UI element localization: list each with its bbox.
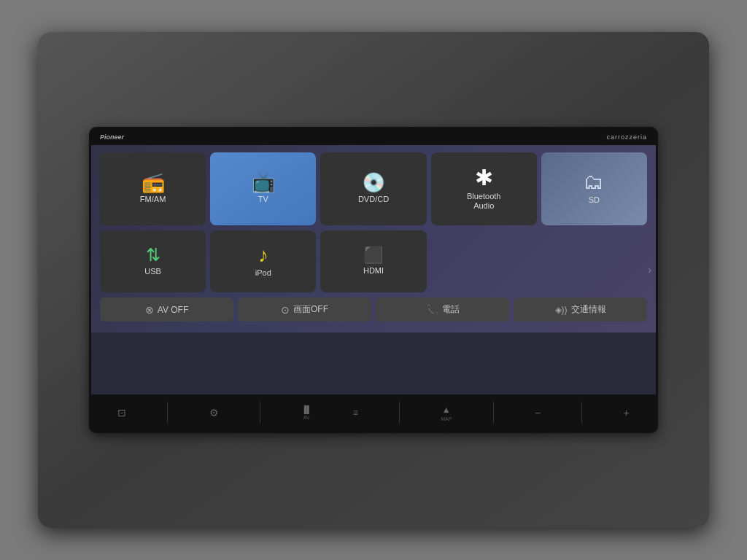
btn-tv[interactable]: 📺 TV [210, 152, 316, 225]
controls-bar: ⊡ ⚙ ▐▌ AV ≡ ▲ MAP − [91, 394, 656, 431]
btn-sd[interactable]: 🗂 SD [541, 152, 647, 225]
usb-icon: ⇅ [146, 246, 160, 264]
av-ctrl-icon: ▐▌ [301, 405, 311, 413]
menu-control[interactable]: ⊡ [117, 407, 126, 419]
btn-usb[interactable]: ⇅ USB [100, 230, 206, 292]
ipod-label: iPod [255, 268, 271, 278]
divider-4 [493, 402, 494, 424]
btn-bluetooth[interactable]: ✱ BluetoothAudio [431, 152, 537, 225]
btn-hdmi[interactable]: ⬛ HDMI [320, 230, 426, 292]
main-screen: 📻 FM/AM 📺 TV 💿 DVD/CD ✱ BluetoothAudio 🗂 [91, 145, 656, 394]
av-control[interactable]: ▐▌ AV [301, 405, 311, 420]
traffic-label: 交通情報 [571, 303, 606, 316]
brand-pioneer: Pioneer [100, 133, 124, 141]
vol-plus-icon: + [624, 407, 630, 419]
av-off-label: AV OFF [158, 305, 188, 315]
usb-label: USB [144, 267, 161, 276]
dvdcd-label: DVD/CD [358, 195, 389, 204]
bluetooth-icon: ✱ [475, 167, 493, 189]
phone-icon: 📞 [426, 304, 438, 316]
empty-cell-1 [431, 230, 537, 292]
menu-row-2: ⇅ USB ♪ iPod ⬛ HDMI [100, 230, 647, 292]
screen-off-icon: ⊙ [281, 304, 290, 316]
fmam-icon: 📻 [142, 173, 165, 192]
divider-5 [581, 402, 582, 424]
chevron-right-icon[interactable]: › [648, 264, 651, 276]
unit-frame: Pioneer carrozzeria 📻 FM/AM 📺 TV 💿 DVD [89, 127, 658, 433]
map-ctrl-label: MAP [441, 416, 452, 421]
dvd-icon: 💿 [362, 173, 385, 192]
fmam-label: FM/AM [140, 195, 166, 204]
header-bar: Pioneer carrozzeria [91, 129, 656, 145]
menu-ctrl-icon: ⊡ [117, 407, 126, 419]
phone-label: 電話 [442, 303, 460, 316]
eq-icon: ≡ [353, 408, 358, 418]
btn-fmam[interactable]: 📻 FM/AM [100, 152, 206, 225]
screen-off-label: 画面OFF [293, 303, 328, 316]
bottom-action-bar: ⊗ AV OFF ⊙ 画面OFF 📞 電話 ◈)) 交通情報 [100, 298, 647, 322]
btn-traffic[interactable]: ◈)) 交通情報 [514, 298, 647, 322]
vol-minus-icon: − [535, 407, 541, 419]
tv-icon: 📺 [252, 173, 275, 192]
divider-3 [399, 402, 400, 424]
av-off-icon: ⊗ [145, 304, 154, 316]
tv-label: TV [258, 195, 268, 204]
ipod-icon: ♪ [258, 245, 268, 265]
car-surround: Pioneer carrozzeria 📻 FM/AM 📺 TV 💿 DVD [38, 32, 709, 528]
btn-phone[interactable]: 📞 電話 [376, 298, 509, 322]
btn-screen-off[interactable]: ⊙ 画面OFF [238, 298, 371, 322]
vol-minus-control[interactable]: − [535, 407, 541, 419]
hdmi-label: HDMI [363, 266, 384, 276]
btn-ipod[interactable]: ♪ iPod [210, 230, 316, 292]
bluetooth-label: BluetoothAudio [467, 192, 500, 211]
hdmi-icon: ⬛ [363, 247, 383, 263]
btn-av-off[interactable]: ⊗ AV OFF [100, 298, 233, 322]
divider-2 [260, 402, 260, 424]
av-ctrl-label: AV [303, 415, 310, 420]
traffic-icon: ◈)) [555, 305, 568, 315]
equalizer-control[interactable]: ≡ [353, 408, 358, 418]
sd-icon: 🗂 [584, 172, 604, 192]
map-control[interactable]: ▲ MAP [441, 405, 452, 421]
map-ctrl-icon: ▲ [442, 405, 451, 415]
divider-1 [167, 402, 168, 424]
empty-cell-2 [541, 230, 647, 292]
settings-ctrl-icon: ⚙ [209, 407, 219, 419]
btn-dvdcd[interactable]: 💿 DVD/CD [320, 152, 426, 225]
vol-plus-control[interactable]: + [624, 407, 630, 419]
settings-control[interactable]: ⚙ [209, 407, 219, 419]
brand-carrozzeria: carrozzeria [606, 133, 647, 141]
sd-label: SD [589, 195, 600, 205]
menu-row-1: 📻 FM/AM 📺 TV 💿 DVD/CD ✱ BluetoothAudio 🗂 [100, 152, 647, 225]
